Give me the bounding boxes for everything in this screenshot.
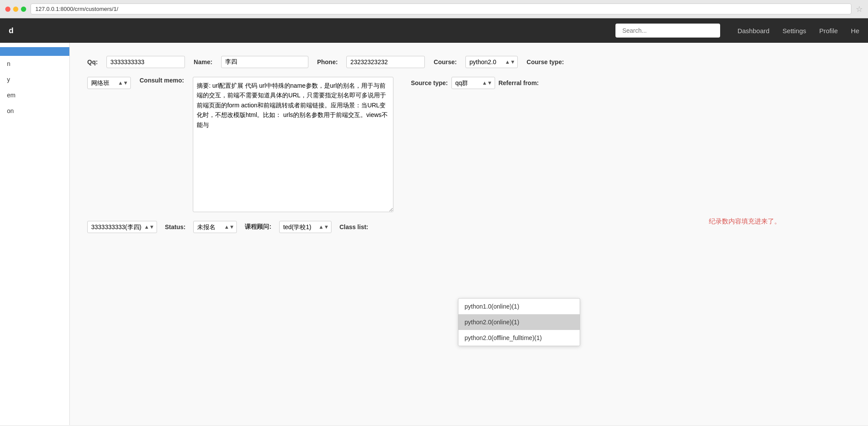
sidebar-item-on[interactable]: on	[0, 103, 69, 119]
minimize-dot[interactable]	[13, 7, 18, 12]
qq-input[interactable]	[106, 56, 185, 68]
qq-label: Qq:	[87, 58, 98, 65]
name-input[interactable]	[221, 56, 308, 68]
name-label: Name:	[194, 58, 212, 65]
consult-memo-textarea[interactable]: 摘要: url配置扩展 代码 url中特殊的name参数，是url的别名，用于与…	[193, 77, 393, 212]
top-nav: d Dashboard Settings Profile He	[0, 18, 868, 43]
bookmark-icon[interactable]: ☆	[856, 4, 863, 14]
source-type-row: Source type: qq群 ▲▼ Referral from:	[411, 77, 539, 89]
consultant-label: 课程顾问:	[245, 223, 271, 231]
browser-dots	[5, 7, 26, 12]
consultant-select[interactable]: ted(学校1)	[279, 221, 331, 233]
status-select[interactable]: 未报名	[193, 221, 237, 233]
source-type-select-wrapper: qq群 ▲▼	[451, 77, 495, 89]
customer-select-wrapper: 3333333333(李四) ▲▼	[87, 221, 157, 233]
course-dropdown-list: python1.0(online)(1) python2.0(online)(1…	[458, 298, 580, 346]
course-label: Course:	[434, 58, 457, 65]
phone-label: Phone:	[317, 58, 338, 65]
sidebar-item-y[interactable]: y	[0, 72, 69, 87]
nav-links: Dashboard Settings Profile He	[738, 27, 859, 34]
course-select[interactable]: python2.0	[465, 56, 518, 68]
class-type-select[interactable]: 网络班	[87, 77, 131, 89]
course-select-wrapper: python2.0 ▲▼	[465, 56, 518, 68]
sidebar-item-n[interactable]: n	[0, 56, 69, 72]
browser-chrome: ☆	[0, 0, 868, 18]
nav-dashboard[interactable]: Dashboard	[738, 27, 769, 34]
nav-help[interactable]: He	[851, 27, 859, 34]
search-input[interactable]	[615, 24, 720, 38]
class-list-label: Class list:	[339, 223, 368, 230]
status-select-wrapper: 未报名 ▲▼	[193, 221, 237, 233]
page-layout: n y em on Qq: Name: Phone: Course: pytho…	[0, 43, 868, 425]
address-bar[interactable]	[31, 3, 851, 14]
class-type-select-wrapper: 网络班 ▲▼	[87, 77, 131, 89]
dropdown-option-0[interactable]: python1.0(online)(1)	[458, 299, 580, 314]
consultant-select-wrapper: ted(学校1) ▲▼	[279, 221, 331, 233]
status-label: Status:	[165, 223, 185, 230]
maximize-dot[interactable]	[21, 7, 26, 12]
main-content: Qq: Name: Phone: Course: python2.0 ▲▼ Co…	[70, 43, 868, 425]
dropdown-option-1[interactable]: python2.0(online)(1)	[458, 314, 580, 330]
customer-select[interactable]: 3333333333(李四)	[87, 221, 157, 233]
referral-from-label: Referral from:	[499, 79, 539, 86]
form-row-1: Qq: Name: Phone: Course: python2.0 ▲▼ Co…	[87, 56, 851, 68]
source-type-label: Source type:	[411, 79, 448, 86]
sidebar-item-em[interactable]: em	[0, 87, 69, 103]
sidebar-item-0[interactable]	[0, 47, 69, 56]
form-row-2: 网络班 ▲▼ Consult memo: 摘要: url配置扩展 代码 url中…	[87, 77, 851, 212]
phone-input[interactable]	[346, 56, 425, 68]
course-type-label: Course type:	[526, 58, 564, 65]
nav-brand: d	[9, 26, 14, 35]
source-type-select[interactable]: qq群	[451, 77, 495, 89]
nav-profile[interactable]: Profile	[819, 27, 838, 34]
consult-memo-label: Consult memo:	[140, 77, 184, 84]
close-dot[interactable]	[5, 7, 10, 12]
status-message: 纪录数内容填充进来了。	[709, 217, 781, 226]
sidebar: n y em on	[0, 43, 70, 425]
dropdown-option-2[interactable]: python2.0(offline_fulltime)(1)	[458, 330, 580, 346]
nav-settings[interactable]: Settings	[783, 27, 806, 34]
